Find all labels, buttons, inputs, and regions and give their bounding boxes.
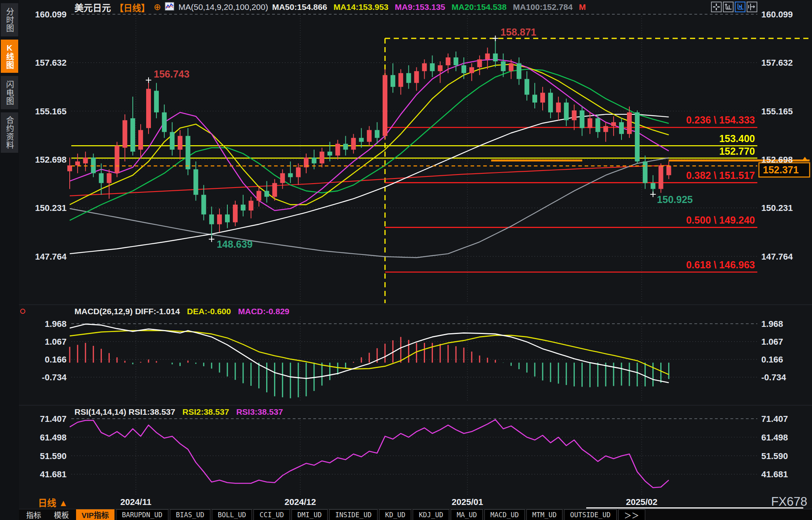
macd-value-label: MACD(26,12,9) DIFF:-1.014	[74, 307, 180, 316]
svg-text:51.590: 51.590	[761, 451, 788, 461]
svg-text:1.067: 1.067	[761, 337, 783, 347]
rsi-value-label: RSI2:38.537	[182, 407, 229, 416]
tab-指标[interactable]: 指标	[21, 509, 47, 520]
legend-MA100: MA100:152.784	[513, 2, 573, 11]
svg-text:152.371: 152.371	[763, 164, 799, 175]
date-label: 2024/11	[120, 497, 151, 507]
tab-BIAS_UD[interactable]: BIAS_UD	[170, 509, 210, 520]
svg-text:1.968: 1.968	[761, 319, 783, 329]
svg-text:150.231: 150.231	[761, 203, 793, 213]
svg-text:0.236 \ 154.333: 0.236 \ 154.333	[686, 114, 755, 125]
svg-text:71.407: 71.407	[761, 414, 788, 424]
tab-CCI_UD[interactable]: CCI_UD	[254, 509, 290, 520]
svg-text:155.165: 155.165	[761, 106, 793, 116]
tab-BOLL_UD[interactable]: BOLL_UD	[212, 509, 252, 520]
legend-M: M	[579, 2, 586, 11]
chart-toolbar	[711, 2, 757, 12]
svg-text:-0.734: -0.734	[761, 372, 786, 382]
tab-BARUPDN_UD[interactable]: BARUPDN_UD	[116, 509, 168, 520]
svg-text:152.698: 152.698	[35, 155, 67, 165]
svg-text:152.770: 152.770	[719, 146, 755, 157]
svg-text:150.231: 150.231	[35, 203, 67, 213]
legend-MA50: MA50:154.866	[272, 2, 327, 11]
tab-MACD_UD[interactable]: MACD_UD	[484, 509, 525, 520]
svg-text:147.764: 147.764	[35, 252, 67, 262]
axis-pointer-icon[interactable]	[735, 2, 745, 12]
axis-snap-icon[interactable]	[747, 2, 757, 12]
date-label: 2025/02	[626, 497, 658, 507]
watermark: FX678	[771, 495, 807, 509]
rsi-value-label: RSI(14,14,14) RSI1:38.537	[74, 407, 175, 416]
tab-＞＞[interactable]: ＞＞	[618, 509, 645, 520]
add-compare-icon[interactable]: ⊕	[154, 2, 161, 12]
svg-text:157.632: 157.632	[761, 58, 793, 68]
legend-MA14: MA14:153.953	[334, 2, 389, 11]
date-label: 2024/12	[284, 497, 316, 507]
tab-VIP指标[interactable]: VIP指标	[76, 509, 114, 520]
svg-text:147.764: 147.764	[761, 252, 793, 262]
macd-value-label: MACD:-0.829	[238, 307, 290, 316]
svg-text:61.498: 61.498	[761, 433, 788, 442]
ma-legend: MA50:154.866MA14:153.953MA9:153.135MA20:…	[272, 2, 592, 12]
tab-MTM_UD[interactable]: MTM_UD	[526, 509, 562, 520]
chart-type-icon[interactable]	[165, 2, 174, 12]
horizontal-scrollbar[interactable]	[586, 507, 803, 509]
sidebar-item-分时图[interactable]: 分时图	[1, 3, 18, 36]
tab-INSIDE_UD[interactable]: INSIDE_UD	[329, 509, 377, 520]
svg-text:1.067: 1.067	[45, 337, 67, 347]
svg-text:41.681: 41.681	[40, 469, 67, 479]
svg-text:0.382 \ 151.517: 0.382 \ 151.517	[686, 170, 755, 181]
svg-text:0.618 \ 146.963: 0.618 \ 146.963	[686, 259, 755, 270]
date-label: 2025/01	[452, 497, 483, 507]
period-tag[interactable]: 【日线】	[115, 1, 150, 13]
svg-text:0.500 \ 149.240: 0.500 \ 149.240	[686, 214, 755, 226]
svg-text:158.871: 158.871	[501, 27, 536, 38]
svg-text:153.400: 153.400	[719, 133, 755, 144]
svg-text:41.681: 41.681	[761, 469, 788, 479]
tab-KD_UD[interactable]: KD_UD	[379, 509, 411, 520]
svg-text:156.743: 156.743	[154, 68, 189, 80]
pan-icon[interactable]	[711, 2, 722, 12]
tab-模板[interactable]: 模板	[48, 509, 74, 520]
indicator-tabbar: 指标模板VIP指标BARUPDN_UDBIAS_UDBOLL_UDCCI_UDD…	[19, 509, 812, 520]
tab-OUTSIDE_UD[interactable]: OUTSIDE_UD	[564, 509, 616, 520]
chart-canvas[interactable]: 0.236 \ 154.3330.382 \ 151.5170.500 \ 14…	[0, 0, 812, 520]
period-selector[interactable]: 日线 ▲	[38, 495, 68, 509]
svg-text:61.498: 61.498	[40, 433, 67, 442]
svg-text:0.166: 0.166	[45, 355, 67, 364]
macd-value-label: DEA:-0.600	[187, 307, 231, 316]
svg-text:71.407: 71.407	[40, 414, 67, 424]
svg-text:155.165: 155.165	[35, 106, 67, 116]
left-sidebar: 分时图K线图闪电图合约资料	[0, 0, 19, 520]
svg-text:-0.734: -0.734	[42, 372, 67, 382]
svg-text:1.968: 1.968	[45, 319, 67, 329]
svg-text:0.166: 0.166	[761, 355, 783, 364]
sidebar-item-K线图[interactable]: K线图	[1, 40, 18, 73]
macd-header: MACD(26,12,9) DIFF:-1.014DEA:-0.600MACD:…	[74, 307, 297, 316]
trading-app-window: 分时图K线图闪电图合约资料 美元日元 【日线】 ⊕ MA(50,14,9,20,…	[0, 0, 812, 520]
symbol-title: 美元日元	[74, 0, 111, 14]
svg-text:152.698: 152.698	[761, 155, 793, 165]
signal-dot-icon	[20, 309, 25, 314]
tab-DMI_UD[interactable]: DMI_UD	[292, 509, 328, 520]
chart-header: 美元日元 【日线】 ⊕ MA(50,14,9,20,100,200) MA50:…	[19, 0, 712, 14]
axis-zoom-icon[interactable]	[723, 2, 734, 12]
sidebar-item-闪电图[interactable]: 闪电图	[1, 76, 18, 109]
svg-text:160.099: 160.099	[761, 9, 793, 19]
legend-MA20: MA20:154.538	[452, 2, 507, 11]
ma-settings-label: MA(50,14,9,20,100,200)	[178, 2, 268, 12]
tab-KDJ_UD[interactable]: KDJ_UD	[413, 509, 449, 520]
svg-text:157.632: 157.632	[35, 58, 67, 68]
tab-MA_UD[interactable]: MA_UD	[451, 509, 483, 520]
sidebar-item-合约资料[interactable]: 合约资料	[1, 112, 18, 153]
svg-text:51.590: 51.590	[40, 451, 67, 461]
svg-text:148.639: 148.639	[217, 239, 252, 250]
macd-pane	[70, 324, 669, 399]
rsi-value-label: RSI3:38.537	[236, 407, 283, 416]
legend-MA9: MA9:153.135	[395, 2, 445, 11]
svg-text:150.925: 150.925	[657, 194, 693, 205]
rsi-header: RSI(14,14,14) RSI1:38.537RSI2:38.537RSI3…	[74, 407, 290, 417]
